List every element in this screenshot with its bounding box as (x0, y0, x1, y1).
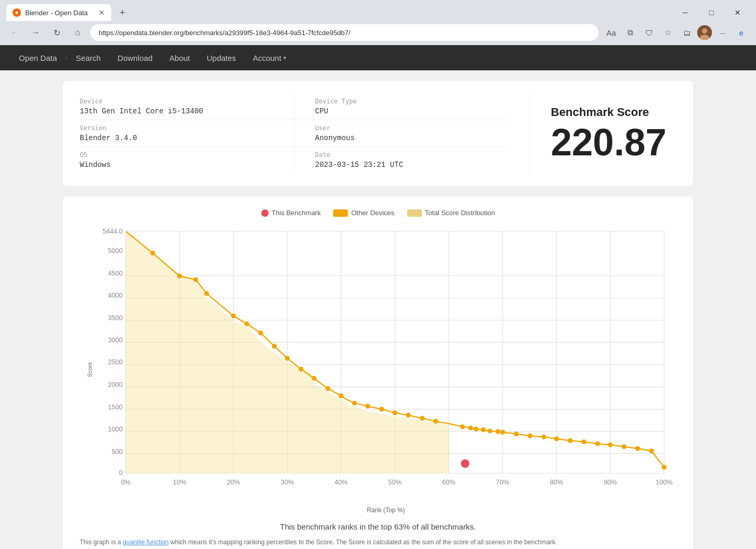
back-button[interactable]: ← (6, 24, 23, 41)
svg-point-66 (379, 407, 384, 411)
svg-point-57 (258, 331, 263, 335)
nav-download[interactable]: Download (109, 45, 161, 70)
benchmark-score-panel: Benchmark Score 220.87 (529, 93, 676, 173)
svg-point-1 (16, 12, 18, 14)
svg-point-60 (299, 367, 303, 372)
favorites-icon[interactable]: ☆ (659, 24, 676, 41)
benchmark-chart: 5444.0 5000 4500 4000 3500 3000 2500 200… (95, 225, 676, 503)
svg-point-70 (433, 419, 438, 424)
svg-point-69 (420, 416, 424, 420)
svg-text:500: 500 (112, 448, 123, 456)
toolbar-icons: Aa ⧉ 🛡 ☆ 🗂 ··· e (603, 24, 750, 41)
svg-point-82 (568, 438, 572, 443)
svg-point-80 (541, 435, 546, 439)
close-button[interactable]: ✕ (726, 4, 750, 21)
browser-tab[interactable]: Blender - Open Data ✕ (6, 4, 111, 21)
svg-point-65 (365, 404, 370, 408)
chart-area: Score (80, 225, 676, 514)
svg-text:1000: 1000 (108, 426, 123, 433)
svg-text:10%: 10% (173, 479, 186, 486)
svg-text:2500: 2500 (108, 358, 123, 366)
legend-other-devices: Other Devices (333, 209, 394, 217)
refresh-button[interactable]: ↻ (48, 24, 65, 41)
quantile-function-link[interactable]: quantile function (123, 539, 168, 546)
collections-icon[interactable]: 🗂 (678, 24, 695, 41)
device-type-label: Device Type (315, 98, 509, 105)
os-value: Windows (80, 161, 273, 169)
reader-view-icon[interactable]: Aa (603, 24, 620, 41)
main-content: Device 13th Gen Intel Core i5-13400 Devi… (0, 70, 756, 549)
date-value: 2023-03-15 23:21 UTC (315, 161, 509, 169)
shield-icon[interactable]: 🛡 (641, 24, 657, 41)
legend-total-score-label: Total Score Distribution (425, 209, 495, 217)
svg-text:3000: 3000 (108, 336, 123, 344)
svg-point-85 (608, 442, 613, 447)
device-label: Device (80, 98, 273, 105)
svg-point-76 (495, 429, 500, 434)
split-view-icon[interactable]: ⧉ (622, 24, 638, 41)
svg-point-54 (204, 291, 209, 296)
svg-point-83 (581, 439, 586, 444)
svg-point-86 (622, 444, 626, 449)
svg-text:0%: 0% (121, 479, 130, 486)
svg-text:100%: 100% (656, 479, 673, 486)
os-label: OS (80, 151, 273, 159)
svg-text:20%: 20% (227, 479, 240, 486)
minimize-button[interactable]: ─ (673, 4, 697, 21)
svg-point-75 (487, 428, 492, 433)
date-label: Date (315, 151, 509, 159)
tab-close-button[interactable]: ✕ (99, 8, 105, 17)
date-field: Date 2023-03-15 23:21 UTC (294, 147, 509, 173)
svg-point-87 (635, 446, 640, 451)
benchmark-score-label: Benchmark Score (551, 105, 649, 119)
nav-account[interactable]: Account ▾ (244, 45, 295, 70)
profile-avatar[interactable] (697, 25, 712, 40)
chart-inner: 5444.0 5000 4500 4000 3500 3000 2500 200… (95, 225, 676, 514)
forward-button[interactable]: → (27, 24, 44, 41)
chart-legend: This Benchmark Other Devices Total Score… (80, 209, 676, 217)
nav-search[interactable]: Search (68, 45, 110, 70)
svg-point-3 (702, 28, 707, 34)
nav-about[interactable]: About (161, 45, 198, 70)
svg-point-53 (193, 277, 198, 282)
device-value: 13th Gen Intel Core i5-13400 (80, 107, 273, 115)
edge-icon[interactable]: e (733, 24, 750, 41)
user-label: User (315, 124, 509, 132)
svg-text:3500: 3500 (108, 314, 123, 322)
version-label: Version (80, 124, 273, 132)
nav-updates[interactable]: Updates (198, 45, 244, 70)
svg-point-62 (325, 386, 330, 391)
legend-total-score: Total Score Distribution (407, 209, 495, 217)
svg-point-67 (392, 410, 397, 415)
svg-point-72 (468, 426, 473, 430)
version-value: Blender 3.4.0 (80, 134, 273, 142)
window-controls: ─ □ ✕ (673, 4, 750, 21)
svg-point-73 (474, 427, 478, 431)
svg-point-84 (595, 441, 600, 446)
svg-point-58 (272, 344, 276, 349)
benchmark-rank-text: This benchmark ranks in the top 63% of a… (80, 522, 676, 531)
chart-card: This Benchmark Other Devices Total Score… (63, 196, 693, 549)
nav-open-data[interactable]: Open Data (10, 45, 66, 70)
svg-point-78 (514, 431, 519, 436)
y-axis-label: Score (80, 225, 95, 514)
x-axis-label: Rank (Top %) (95, 506, 676, 514)
svg-point-56 (244, 321, 249, 326)
address-bar[interactable] (90, 24, 599, 41)
device-info-card: Device 13th Gen Intel Core i5-13400 Devi… (63, 81, 693, 186)
this-benchmark-color (261, 209, 269, 217)
os-field: OS Windows (80, 147, 294, 173)
restore-button[interactable]: □ (699, 4, 723, 21)
svg-point-51 (150, 250, 155, 255)
svg-point-68 (406, 413, 411, 417)
svg-point-59 (285, 356, 290, 361)
svg-point-81 (554, 436, 559, 441)
more-options-icon[interactable]: ··· (714, 24, 731, 41)
home-button[interactable]: ⌂ (69, 24, 86, 41)
version-field: Version Blender 3.4.0 (80, 120, 294, 147)
svg-text:4000: 4000 (108, 292, 123, 299)
new-tab-button[interactable]: + (115, 7, 130, 18)
device-type-field: Device Type CPU (294, 93, 509, 120)
legend-this-benchmark-label: This Benchmark (272, 209, 321, 217)
svg-point-52 (177, 273, 182, 278)
